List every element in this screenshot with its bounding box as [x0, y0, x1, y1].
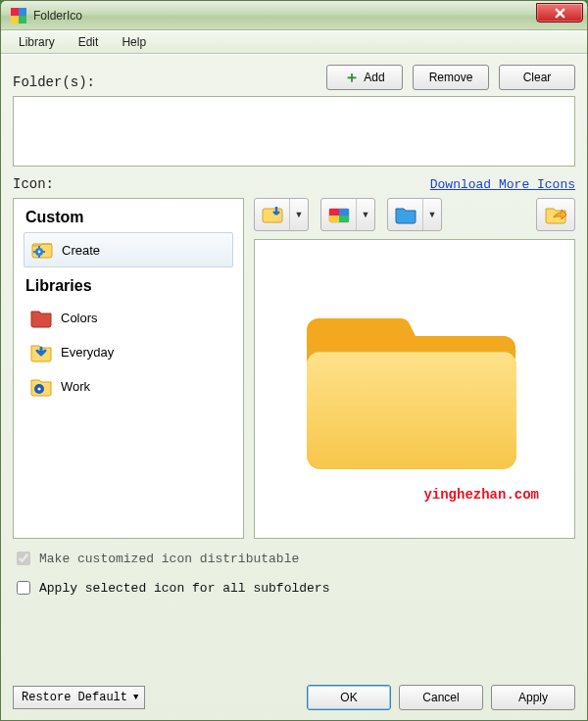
- svg-rect-13: [329, 216, 339, 222]
- dropdown-arrow-icon[interactable]: ▼: [423, 199, 441, 230]
- share-folder-icon: [544, 205, 567, 224]
- remove-button[interactable]: Remove: [413, 65, 489, 90]
- folder-down-icon: [261, 205, 284, 224]
- svg-point-2: [38, 251, 41, 254]
- close-button[interactable]: [536, 3, 583, 23]
- svg-rect-9: [263, 209, 282, 222]
- gear-folder-icon: [30, 238, 54, 262]
- watermark-text: yinghezhan.com: [423, 487, 539, 503]
- chevron-down-icon: ▼: [133, 693, 138, 702]
- sidebar-item-work[interactable]: Work: [24, 369, 233, 403]
- gear-blue-folder-icon: [29, 374, 53, 398]
- subfolders-checkbox[interactable]: [17, 581, 30, 595]
- menu-library[interactable]: Library: [7, 32, 67, 52]
- dropdown-arrow-icon[interactable]: ▼: [290, 199, 308, 230]
- subfolders-checkbox-row[interactable]: Apply selected icon for all subfolders: [13, 578, 575, 598]
- subfolders-label: Apply selected icon for all subfolders: [39, 581, 329, 596]
- sidebar-item-label: Everyday: [61, 345, 114, 360]
- folder-icon: [297, 291, 532, 487]
- folders-label: Folder(s):: [13, 74, 95, 90]
- menu-help[interactable]: Help: [110, 32, 158, 52]
- restore-default-label: Restore Default: [22, 691, 127, 704]
- svg-rect-16: [307, 352, 516, 469]
- sidebar-item-label: Work: [61, 379, 90, 394]
- clear-button[interactable]: Clear: [499, 65, 575, 90]
- library-picker-button[interactable]: ▼: [320, 198, 375, 231]
- sidebar-item-label: Create: [62, 243, 100, 258]
- cancel-button[interactable]: Cancel: [399, 685, 483, 710]
- ok-button[interactable]: OK: [307, 685, 391, 710]
- add-button-label: Add: [364, 71, 384, 84]
- blue-folder-icon: [394, 205, 417, 224]
- close-icon: [555, 8, 565, 19]
- sidebar-item-create[interactable]: Create: [24, 232, 233, 267]
- app-icon: [11, 8, 26, 24]
- libraries-heading: Libraries: [25, 277, 233, 295]
- library-panel: Custom Create Libraries Colors: [13, 198, 244, 539]
- client-area: Folder(s): ＋ Add Remove Clear Icon: Down…: [1, 54, 587, 720]
- svg-rect-14: [339, 216, 349, 222]
- distributable-checkbox: [17, 552, 30, 565]
- add-button[interactable]: ＋ Add: [326, 65, 403, 90]
- import-icon-button[interactable]: ▼: [254, 198, 309, 231]
- folders-listbox[interactable]: [13, 96, 575, 167]
- sidebar-item-label: Colors: [61, 311, 98, 325]
- clear-button-label: Clear: [523, 71, 552, 84]
- dropdown-arrow-icon[interactable]: ▼: [357, 199, 374, 230]
- svg-rect-12: [339, 209, 349, 216]
- download-more-icons-link[interactable]: Download More Icons: [430, 177, 575, 192]
- red-folder-icon: [29, 306, 53, 329]
- color-folder-icon: [327, 205, 351, 224]
- menubar: Library Edit Help: [1, 30, 587, 54]
- restore-default-combo[interactable]: Restore Default ▼: [13, 686, 145, 709]
- remove-button-label: Remove: [429, 71, 473, 84]
- icon-preview: yinghezhan.com: [254, 239, 575, 539]
- distributable-label: Make customized icon distributable: [39, 552, 299, 566]
- window-frame: FolderIco Library Edit Help Folder(s): ＋…: [0, 0, 588, 721]
- folder-style-button[interactable]: ▼: [387, 198, 442, 231]
- sidebar-item-everyday[interactable]: Everyday: [24, 335, 233, 368]
- cancel-button-label: Cancel: [422, 691, 459, 704]
- plus-icon: ＋: [344, 70, 360, 85]
- titlebar: FolderIco: [1, 1, 587, 30]
- sidebar-item-colors[interactable]: Colors: [24, 301, 233, 334]
- svg-point-8: [37, 387, 40, 390]
- menu-edit[interactable]: Edit: [67, 32, 111, 52]
- window-title: FolderIco: [33, 9, 82, 23]
- icon-label: Icon:: [13, 176, 54, 192]
- svg-rect-11: [329, 209, 339, 216]
- apply-button[interactable]: Apply: [491, 685, 575, 710]
- export-icon-button[interactable]: [536, 198, 575, 231]
- icon-toolbar: ▼ ▼ ▼: [254, 198, 575, 231]
- ok-button-label: OK: [340, 691, 357, 704]
- distributable-checkbox-row: Make customized icon distributable: [13, 549, 575, 568]
- download-folder-icon: [29, 340, 53, 363]
- custom-heading: Custom: [25, 209, 233, 226]
- apply-button-label: Apply: [518, 691, 548, 704]
